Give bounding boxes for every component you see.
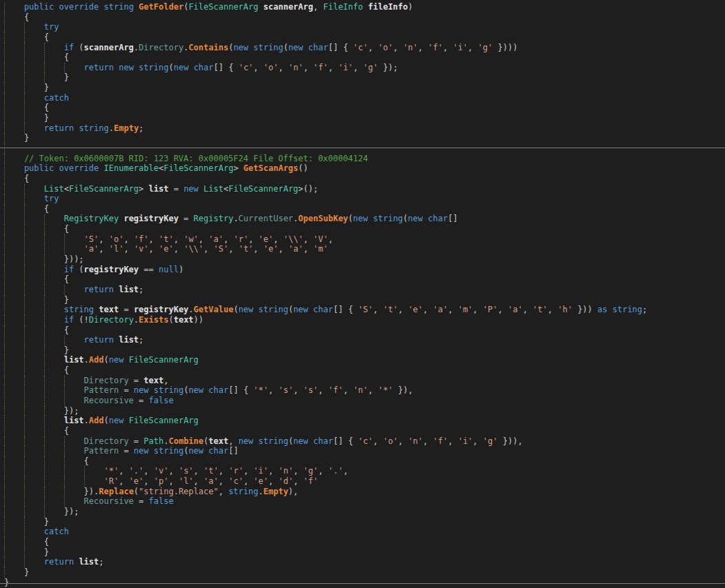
code-text: try <box>4 194 59 204</box>
code-line[interactable]: 'R', 'e', 'p', 'l', 'a', 'c', 'e', 'd', … <box>0 476 725 487</box>
code-line[interactable]: { <box>0 204 725 214</box>
token-k: char <box>308 43 328 52</box>
code-line[interactable]: return list; <box>0 557 725 567</box>
code-line[interactable]: return string.Empty; <box>0 123 725 134</box>
code-line[interactable]: }); <box>0 507 725 517</box>
token-s: 'f' <box>328 385 344 395</box>
token-s: "string.Replace" <box>139 487 219 496</box>
code-line[interactable]: list.Add(new FileScannerArg <box>0 416 725 426</box>
token-k: return <box>84 335 114 345</box>
code-line[interactable]: { <box>0 32 725 43</box>
code-line[interactable]: Pattern = new string(new char[] { '*', '… <box>0 385 725 396</box>
token-p: , <box>228 436 238 446</box>
token-p: })) <box>573 305 597 314</box>
code-lines: public override string GetFolder(FileSca… <box>0 0 725 588</box>
code-line[interactable]: { <box>0 52 725 63</box>
code-line[interactable]: return list; <box>0 285 725 295</box>
code-line[interactable]: { <box>0 426 725 436</box>
code-line[interactable]: { <box>0 325 725 336</box>
token-s: 't' <box>239 244 254 254</box>
code-line[interactable]: return list; <box>0 335 725 345</box>
token-p: { <box>84 456 89 466</box>
token-t: FileScannerArg <box>188 2 258 12</box>
code-line[interactable]: }); <box>0 406 725 416</box>
code-line[interactable]: } <box>0 133 725 143</box>
code-line[interactable]: string text = registryKey.GetValue(new s… <box>0 305 725 315</box>
token-p: , <box>143 466 153 476</box>
token-p <box>188 63 193 72</box>
token-p: ( <box>104 355 109 365</box>
token-p <box>308 436 313 446</box>
token-s: 'r' <box>228 466 244 476</box>
code-text: public override string GetFolder(FileSca… <box>4 2 413 12</box>
code-line[interactable]: list.Add(new FileScannerArg <box>0 355 725 365</box>
token-p: [] <box>228 446 238 456</box>
code-line[interactable]: public override string GetFolder(FileSca… <box>0 2 725 12</box>
token-l: text <box>143 376 163 385</box>
code-line[interactable]: }).Replace("string.Replace", string.Empt… <box>0 487 725 497</box>
token-l: text <box>208 436 228 446</box>
code-line[interactable]: Recoursive = false <box>0 396 725 406</box>
code-line[interactable]: Directory = text, <box>0 376 725 386</box>
token-k: null <box>159 265 179 274</box>
code-line[interactable]: if (!Directory.Exists(text)) <box>0 315 725 325</box>
code-line[interactable]: RegistryKey registryKey = Registry.Curre… <box>0 214 725 224</box>
code-line[interactable]: { <box>0 103 725 113</box>
code-line[interactable]: try <box>0 22 725 32</box>
token-p: , <box>203 244 213 254</box>
code-line[interactable]: if (registryKey == null) <box>0 265 725 275</box>
token-p: } <box>24 133 29 143</box>
token-p: , <box>343 385 352 395</box>
code-line[interactable]: List<FileScannerArg> list = new List<Fil… <box>0 184 725 194</box>
code-line[interactable]: { <box>0 274 725 285</box>
code-line[interactable]: Pattern = new string(new char[] <box>0 446 725 456</box>
code-line[interactable]: catch <box>0 527 725 537</box>
code-line[interactable]: // Token: 0x0600007B RID: 123 RVA: 0x000… <box>0 154 725 164</box>
code-line[interactable]: } <box>0 517 725 527</box>
code-line[interactable]: return new string(new char[] { 'c', 'o',… <box>0 63 725 73</box>
code-text: { <box>4 274 69 285</box>
code-line[interactable]: } <box>0 345 725 356</box>
code-line[interactable]: { <box>0 456 725 467</box>
token-s: 'e' <box>159 244 174 254</box>
code-line[interactable]: public override IEnumerable<FileScannerA… <box>0 163 725 174</box>
code-editor[interactable]: public override string GetFolder(FileSca… <box>0 0 725 588</box>
token-p <box>123 355 128 365</box>
token-p: }). <box>84 487 99 496</box>
code-text: { <box>4 426 69 436</box>
token-p: [] { <box>333 436 358 446</box>
code-line[interactable]: Directory = Path.Combine(text, new strin… <box>0 436 725 447</box>
code-text: return list; <box>4 285 143 295</box>
code-line[interactable]: Recoursive = false <box>0 496 725 507</box>
code-line[interactable]: if (scannerArg.Directory.Contains(new st… <box>0 43 725 53</box>
code-line[interactable]: '*', '.', 'v', 's', 't', 'r', 'i', 'n', … <box>0 466 725 476</box>
code-line[interactable]: { <box>0 174 725 184</box>
code-line[interactable]: })); <box>0 254 725 265</box>
token-s: 'e' <box>264 244 279 254</box>
code-line[interactable]: } <box>0 567 725 578</box>
token-k: new <box>134 446 149 456</box>
token-s: 'e' <box>253 476 268 486</box>
code-line[interactable]: } <box>0 72 725 83</box>
method-separator-line[interactable] <box>0 143 725 154</box>
code-line[interactable]: { <box>0 224 725 234</box>
code-line[interactable]: { <box>0 537 725 547</box>
code-line[interactable]: } <box>0 113 725 123</box>
code-line[interactable]: catch <box>0 93 725 103</box>
code-line[interactable]: } <box>0 295 725 305</box>
code-line[interactable]: { <box>0 365 725 376</box>
code-text: Recoursive = false <box>4 396 174 406</box>
code-line[interactable]: } <box>0 83 725 93</box>
token-m: Exists <box>139 315 168 325</box>
code-line[interactable]: } <box>0 547 725 558</box>
code-line[interactable]: } <box>0 578 725 588</box>
code-line[interactable]: try <box>0 194 725 204</box>
token-k: string <box>154 385 183 395</box>
token-pr: Recoursive <box>84 496 134 506</box>
code-line[interactable]: 'S', 'o', 'f', 't', 'w', 'a', 'r', 'e', … <box>0 234 725 245</box>
token-p: , <box>343 466 348 476</box>
code-line[interactable]: { <box>0 12 725 23</box>
token-s: 'v' <box>134 244 149 254</box>
code-text: catch <box>4 527 69 537</box>
code-line[interactable]: 'a', 'l', 'v', 'e', '\\', 'S', 't', 'e',… <box>0 244 725 254</box>
